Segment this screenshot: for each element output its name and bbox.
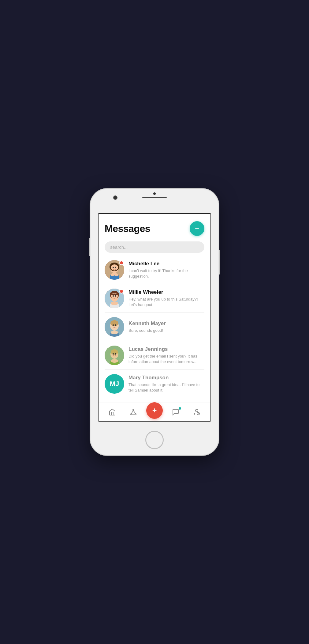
svg-point-13 bbox=[115, 295, 116, 297]
svg-point-27 bbox=[115, 353, 116, 355]
contact-name: Millie Wheeler bbox=[128, 289, 204, 295]
svg-point-5 bbox=[115, 267, 116, 268]
list-item[interactable]: Kenneth Mayer Sure, sounds good! bbox=[105, 313, 204, 341]
svg-point-22 bbox=[111, 331, 118, 334]
unread-indicator bbox=[119, 289, 124, 294]
svg-point-20 bbox=[115, 324, 116, 326]
svg-point-25 bbox=[111, 349, 118, 355]
avatar-wrapper bbox=[105, 317, 124, 337]
search-bar[interactable]: search... bbox=[105, 241, 204, 253]
message-info: Millie Wheeler Hey, what are you up to t… bbox=[128, 289, 204, 308]
list-item[interactable]: MJ Mary Thompson That sounds like a grea… bbox=[105, 370, 204, 398]
svg-point-38 bbox=[131, 414, 132, 415]
speaker-bar bbox=[142, 197, 167, 198]
unread-indicator bbox=[119, 261, 124, 265]
bottom-navigation: + bbox=[99, 403, 210, 421]
new-message-button[interactable]: + bbox=[190, 221, 204, 236]
svg-line-40 bbox=[131, 411, 133, 414]
page-title: Messages bbox=[105, 223, 150, 234]
contact-name: Lucas Jennings bbox=[128, 346, 204, 352]
home-button[interactable] bbox=[145, 431, 164, 449]
svg-point-29 bbox=[111, 359, 118, 363]
speaker-dot bbox=[153, 192, 156, 195]
contact-name: Mary Thompson bbox=[128, 375, 204, 381]
message-info: Lucas Jennings Did you get the email I s… bbox=[128, 346, 204, 365]
add-fab-button[interactable]: + bbox=[146, 402, 163, 419]
svg-point-37 bbox=[133, 409, 134, 411]
svg-line-41 bbox=[133, 411, 136, 414]
phone-screen: Messages + search... bbox=[98, 213, 211, 422]
avatar-wrapper bbox=[105, 260, 124, 280]
nav-messages[interactable] bbox=[167, 406, 184, 418]
svg-point-26 bbox=[113, 353, 114, 355]
message-preview: Sure, sounds good! bbox=[128, 328, 204, 333]
nav-profile[interactable] bbox=[188, 406, 205, 418]
message-preview: That sounds like a great idea. I'll have… bbox=[128, 382, 204, 393]
volume-button bbox=[89, 238, 90, 256]
svg-point-19 bbox=[113, 324, 114, 326]
svg-point-39 bbox=[135, 414, 136, 415]
list-item[interactable]: Tricia Mitchell Perfect! I can come by y… bbox=[105, 398, 204, 403]
message-preview: I can't wait to try it! Thanks for the s… bbox=[128, 268, 204, 279]
svg-point-12 bbox=[113, 295, 114, 297]
svg-point-43 bbox=[195, 409, 198, 412]
message-info: Mary Thompson That sounds like a great i… bbox=[128, 375, 204, 393]
message-info: Kenneth Mayer Sure, sounds good! bbox=[128, 320, 204, 333]
avatar bbox=[105, 346, 124, 365]
power-button bbox=[219, 250, 220, 275]
list-item[interactable]: Michelle Lee I can't wait to try it! Tha… bbox=[105, 256, 204, 284]
avatar-wrapper: MJ bbox=[105, 374, 124, 394]
message-info: Michelle Lee I can't wait to try it! Tha… bbox=[128, 261, 204, 279]
list-item[interactable]: Lucas Jennings Did you get the email I s… bbox=[105, 341, 204, 370]
svg-point-4 bbox=[113, 267, 114, 268]
contact-name: Michelle Lee bbox=[128, 261, 204, 267]
svg-point-3 bbox=[111, 264, 118, 271]
svg-point-15 bbox=[111, 301, 118, 305]
list-item[interactable]: Millie Wheeler Hey, what are you up to t… bbox=[105, 284, 204, 313]
phone-frame: Messages + search... bbox=[90, 189, 219, 455]
nav-home[interactable] bbox=[104, 406, 121, 418]
app-content: Messages + search... bbox=[99, 214, 210, 403]
message-preview: Hey, what are you up to this Saturday?! … bbox=[128, 297, 204, 308]
camera bbox=[113, 195, 117, 200]
nav-network[interactable] bbox=[125, 406, 142, 418]
phone-bottom bbox=[90, 422, 219, 455]
avatar-wrapper bbox=[105, 346, 124, 365]
svg-point-18 bbox=[110, 320, 118, 326]
messages-list: Michelle Lee I can't wait to try it! Tha… bbox=[105, 256, 204, 403]
phone-top bbox=[90, 189, 219, 213]
message-preview: Did you get the email I sent you? It has… bbox=[128, 354, 204, 365]
contact-name: Kenneth Mayer bbox=[128, 320, 204, 327]
app-header: Messages + bbox=[105, 221, 204, 236]
avatar bbox=[105, 317, 124, 337]
avatar-wrapper bbox=[105, 289, 124, 308]
avatar: MJ bbox=[105, 374, 124, 394]
